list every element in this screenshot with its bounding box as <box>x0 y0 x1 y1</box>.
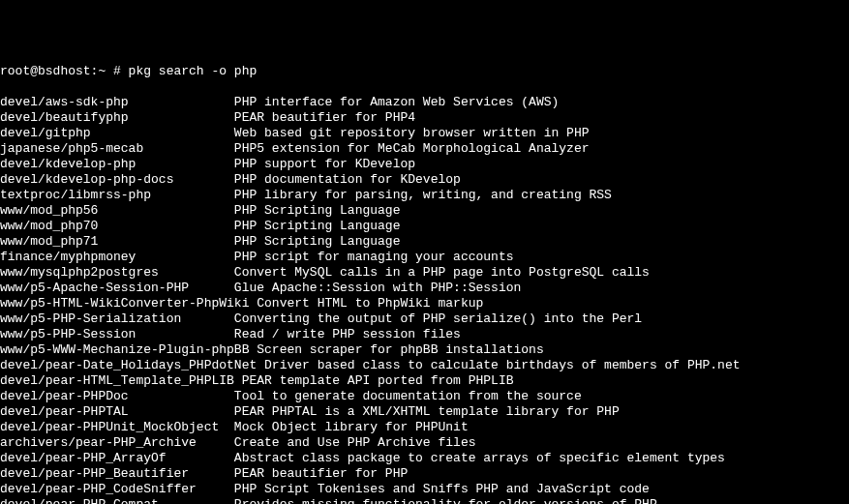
package-row: devel/pear-PHPTAL PEAR PHPTAL is a XML/X… <box>0 404 849 420</box>
package-row: www/p5-HTML-WikiConverter-PhpWiki Conver… <box>0 296 849 311</box>
package-line: www/mysqlphp2postgres Convert MySQL call… <box>0 265 650 281</box>
prompt-text: root@bsdhost:~ # pkg search -o php <box>0 64 257 79</box>
package-row: devel/pear-HTML_Template_PHPLIB PEAR tem… <box>0 373 849 389</box>
package-row: devel/aws-sdk-php PHP interface for Amaz… <box>0 95 849 110</box>
package-row: devel/pear-PHP_Beautifier PEAR beautifie… <box>0 466 849 482</box>
package-line: devel/pear-HTML_Template_PHPLIB PEAR tem… <box>0 373 514 389</box>
package-row: www/p5-PHP-Session Read / write PHP sess… <box>0 327 849 342</box>
package-row: devel/pear-PHPUnit_MockObject Mock Objec… <box>0 420 849 435</box>
package-row: www/mod_php56 PHP Scripting Language <box>0 203 849 219</box>
package-row: devel/pear-PHP_ArrayOf Abstract class pa… <box>0 451 849 466</box>
package-line: www/p5-WWW-Mechanize-Plugin-phpBB Screen… <box>0 342 544 358</box>
package-line: www/p5-Apache-Session-PHP Glue Apache::S… <box>0 281 521 296</box>
package-line: archivers/pear-PHP_Archive Create and Us… <box>0 435 475 451</box>
package-row: www/p5-PHP-Serialization Converting the … <box>0 311 849 327</box>
package-line: textproc/libmrss-php PHP library for par… <box>0 188 612 203</box>
package-row: textproc/libmrss-php PHP library for par… <box>0 188 849 203</box>
package-line: devel/gitphp Web based git repository br… <box>0 126 590 141</box>
package-line: www/mod_php56 PHP Scripting Language <box>0 203 400 219</box>
package-line: devel/kdevelop-php-docs PHP documentatio… <box>0 172 461 188</box>
package-line: www/p5-HTML-WikiConverter-PhpWiki Conver… <box>0 296 483 311</box>
package-row: www/mod_php70 PHP Scripting Language <box>0 219 849 234</box>
package-row: devel/gitphp Web based git repository br… <box>0 126 849 141</box>
package-line: devel/pear-PHPDoc Tool to generate docum… <box>0 389 582 404</box>
package-row: www/mysqlphp2postgres Convert MySQL call… <box>0 265 849 281</box>
package-line: devel/pear-PHP_ArrayOf Abstract class pa… <box>0 451 725 466</box>
shell-prompt-line[interactable]: root@bsdhost:~ # pkg search -o php <box>0 64 849 79</box>
package-row: japanese/php5-mecab PHP5 extension for M… <box>0 141 849 157</box>
package-line: www/p5-PHP-Session Read / write PHP sess… <box>0 327 461 342</box>
package-row: devel/kdevelop-php PHP support for KDeve… <box>0 157 849 172</box>
package-line: www/mod_php71 PHP Scripting Language <box>0 234 400 250</box>
package-row: www/p5-Apache-Session-PHP Glue Apache::S… <box>0 281 849 296</box>
package-row: devel/pear-PHP_Compat Provides missing f… <box>0 497 849 504</box>
package-line: devel/pear-PHP_CodeSniffer PHP Script To… <box>0 482 650 497</box>
package-row: devel/beautifyphp PEAR beautifier for PH… <box>0 110 849 126</box>
package-line: japanese/php5-mecab PHP5 extension for M… <box>0 141 590 157</box>
command-output: devel/aws-sdk-php PHP interface for Amaz… <box>0 95 849 504</box>
package-line: devel/pear-PHP_Beautifier PEAR beautifie… <box>0 466 408 482</box>
package-line: www/p5-PHP-Serialization Converting the … <box>0 311 642 327</box>
package-line: devel/beautifyphp PEAR beautifier for PH… <box>0 110 415 126</box>
package-row: devel/kdevelop-php-docs PHP documentatio… <box>0 172 849 188</box>
package-line: devel/pear-Date_Holidays_PHPdotNet Drive… <box>0 358 741 373</box>
package-row: archivers/pear-PHP_Archive Create and Us… <box>0 435 849 451</box>
package-row: www/p5-WWW-Mechanize-Plugin-phpBB Screen… <box>0 342 849 358</box>
package-row: finance/myphpmoney PHP script for managi… <box>0 250 849 265</box>
package-line: devel/kdevelop-php PHP support for KDeve… <box>0 157 415 172</box>
package-row: devel/pear-PHP_CodeSniffer PHP Script To… <box>0 482 849 497</box>
package-line: www/mod_php70 PHP Scripting Language <box>0 219 400 234</box>
package-line: devel/pear-PHPTAL PEAR PHPTAL is a XML/X… <box>0 404 620 420</box>
package-row: devel/pear-PHPDoc Tool to generate docum… <box>0 389 849 404</box>
package-line: devel/pear-PHPUnit_MockObject Mock Objec… <box>0 420 469 435</box>
package-line: finance/myphpmoney PHP script for managi… <box>0 250 514 265</box>
package-line: devel/aws-sdk-php PHP interface for Amaz… <box>0 95 559 110</box>
package-line: devel/pear-PHP_Compat Provides missing f… <box>0 497 657 504</box>
package-row: devel/pear-Date_Holidays_PHPdotNet Drive… <box>0 358 849 373</box>
package-row: www/mod_php71 PHP Scripting Language <box>0 234 849 250</box>
